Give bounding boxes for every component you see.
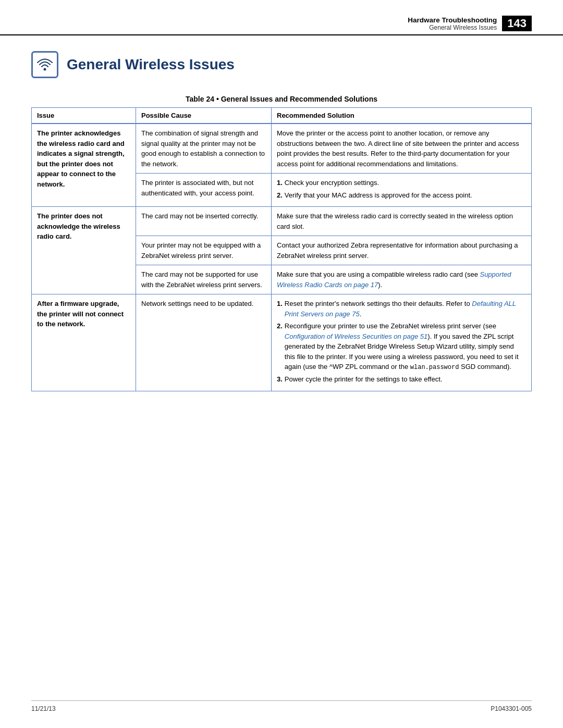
cause-cell-2a: The card may not be inserted correctly.	[136, 207, 272, 236]
col-header-solution: Recommended Solution	[272, 108, 532, 124]
header-chapter: Hardware Troubleshooting	[408, 16, 497, 24]
solution-text-2c-end: ).	[378, 281, 382, 289]
footer-doc-id: P1043301-005	[491, 705, 532, 712]
page-title: General Wireless Issues	[67, 56, 235, 73]
header-text: Hardware Troubleshooting General Wireles…	[408, 16, 497, 31]
solution-cell-1b: 1.Check your encryption settings. 2.Veri…	[272, 174, 532, 207]
cause-cell-2b: Your printer may not be equipped with a …	[136, 236, 272, 265]
issue-cell-3: After a firmware upgrade, the printer wi…	[32, 294, 136, 391]
list-item: 2.Verify that your MAC address is approv…	[277, 190, 526, 201]
cause-text-3a: Network settings need to be updated.	[141, 300, 253, 307]
solution-cell-2a: Make sure that the wireless radio card i…	[272, 207, 532, 236]
solution-cell-3a: 1. Reset the printer's network settings …	[272, 294, 532, 391]
list-item: 1. Reset the printer's network settings …	[277, 299, 526, 319]
solution-text-2c: Make sure that you are using a compatibl…	[277, 270, 480, 278]
cause-text-1b: The printer is associated with, but not …	[141, 179, 254, 197]
solution-cell-1a: Move the printer or the access point to …	[272, 124, 532, 174]
link-wireless-securities[interactable]: Configuration of Wireless Securities on …	[285, 332, 427, 340]
col-header-cause: Possible Cause	[136, 108, 272, 124]
issue-text-3: After a firmware upgrade, the printer wi…	[37, 300, 124, 328]
table-row: The printer does not acknowledge the wir…	[32, 207, 532, 236]
cause-cell-2c: The card may not be supported for use wi…	[136, 265, 272, 294]
page-header: Hardware Troubleshooting General Wireles…	[0, 0, 563, 35]
footer-date: 11/21/13	[31, 705, 56, 712]
solution-text-1a: Move the printer or the access point to …	[277, 129, 519, 168]
link-defaulting-all[interactable]: Defaulting ALL Print Servers on page 75	[285, 300, 516, 318]
table-header-row: Issue Possible Cause Recommended Solutio…	[32, 108, 532, 124]
table-row: After a firmware upgrade, the printer wi…	[32, 294, 532, 391]
solution-list-1b: 1.Check your encryption settings. 2.Veri…	[277, 178, 526, 200]
cause-text-1a: The combination of signal strength and s…	[141, 129, 265, 168]
issue-text-1: The printer acknowledges the wireless ra…	[37, 129, 125, 188]
svg-point-0	[44, 68, 46, 71]
table-row: The printer acknowledges the wireless ra…	[32, 124, 532, 174]
list-item: 3. Power cycle the printer for the setti…	[277, 374, 526, 385]
list-item: 1.Check your encryption settings.	[277, 178, 526, 188]
issues-table: Issue Possible Cause Recommended Solutio…	[31, 107, 532, 391]
cause-cell-1b: The printer is associated with, but not …	[136, 174, 272, 207]
page-container: Hardware Troubleshooting General Wireles…	[0, 0, 563, 728]
header-section: General Wireless Issues	[408, 24, 497, 31]
cause-cell-1a: The combination of signal strength and s…	[136, 124, 272, 174]
solution-list-3a: 1. Reset the printer's network settings …	[277, 299, 526, 385]
cause-text-2c: The card may not be supported for use wi…	[141, 270, 262, 289]
main-content: General Wireless Issues Table 24 • Gener…	[0, 35, 563, 423]
cause-cell-3a: Network settings need to be updated.	[136, 294, 272, 391]
code-wlan-password: wlan.password	[410, 364, 459, 371]
page-footer: 11/21/13 P1043301-005	[31, 700, 532, 712]
title-area: General Wireless Issues	[31, 51, 532, 78]
solution-cell-2c: Make sure that you are using a compatibl…	[272, 265, 532, 294]
issue-cell-2: The printer does not acknowledge the wir…	[32, 207, 136, 294]
table-title: Table 24 • General Issues and Recommende…	[31, 91, 532, 107]
cause-text-2b: Your printer may not be equipped with a …	[141, 241, 261, 260]
list-item: 2. Reconfigure your printer to use the Z…	[277, 321, 526, 372]
issue-text-2: The printer does not acknowledge the wir…	[37, 212, 120, 240]
solution-cell-2b: Contact your authorized Zebra representa…	[272, 236, 532, 265]
page-number: 143	[502, 16, 532, 31]
issue-cell-1: The printer acknowledges the wireless ra…	[32, 124, 136, 207]
col-header-issue: Issue	[32, 108, 136, 124]
cause-text-2a: The card may not be inserted correctly.	[141, 212, 258, 220]
solution-text-2a: Make sure that the wireless radio card i…	[277, 212, 513, 230]
wireless-icon	[31, 51, 58, 78]
solution-text-2b: Contact your authorized Zebra representa…	[277, 241, 518, 260]
